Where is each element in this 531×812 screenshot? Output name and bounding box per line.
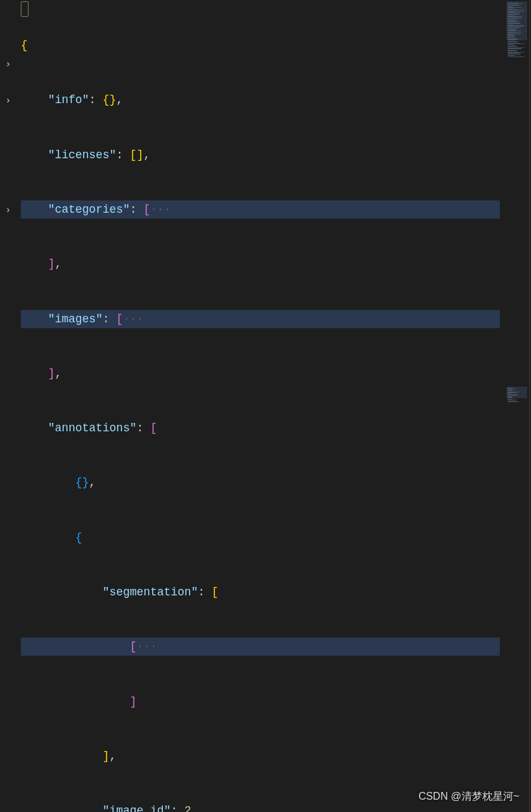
chevron-right-icon[interactable]: ›: [5, 92, 11, 110]
fold-ellipsis[interactable]: ···: [151, 203, 171, 216]
json-key: "image_id": [103, 804, 171, 812]
json-key: "segmentation": [103, 586, 198, 599]
fold-ellipsis[interactable]: ···: [123, 313, 144, 326]
minimap[interactable]: [503, 0, 531, 812]
json-number: 2: [184, 804, 191, 812]
minimap-line: [508, 401, 519, 402]
chevron-right-icon[interactable]: ›: [5, 56, 11, 74]
json-key: "categories": [48, 203, 130, 216]
minimap-line: [508, 56, 525, 57]
code-editor[interactable]: › › › { "info": {}, "licenses": [], "cat…: [0, 0, 531, 812]
minimap-ruler: [529, 0, 530, 812]
chevron-right-icon[interactable]: ›: [5, 202, 11, 220]
code-content[interactable]: { "info": {}, "licenses": [], "categorie…: [21, 0, 500, 812]
fold-gutter: › › ›: [0, 0, 19, 812]
json-key: "info": [48, 93, 89, 106]
watermark-text: CSDN @清梦枕星河~: [419, 787, 519, 806]
json-key: "images": [48, 313, 103, 326]
fold-ellipsis[interactable]: ···: [137, 640, 158, 653]
json-key: "annotations": [48, 422, 137, 435]
json-key: "licenses": [48, 149, 116, 161]
